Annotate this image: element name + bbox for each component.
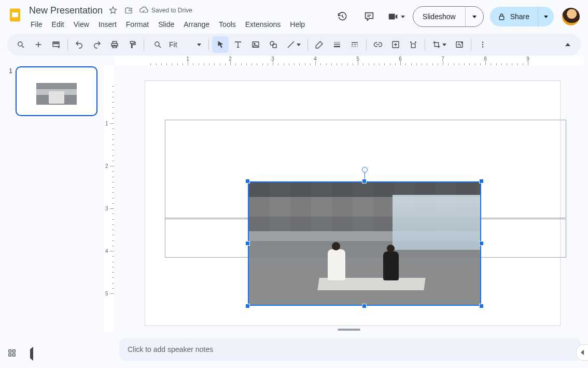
svg-rect-14 [411,44,415,48]
grid-view-icon[interactable] [7,348,17,360]
slideshow-dropdown[interactable] [465,7,483,26]
resize-handle-bl[interactable] [245,304,250,308]
svg-point-3 [18,42,22,46]
slide-thumbnails: 1 [0,56,104,368]
save-status-text: Saved to Drive [151,7,192,14]
border-weight-icon[interactable] [329,36,345,53]
resize-handle-tr[interactable] [479,179,484,183]
menu-extensions[interactable]: Extensions [241,18,285,31]
border-color-icon[interactable] [311,36,328,53]
chevron-down-icon [401,16,405,18]
toolbar: Fit [7,34,581,55]
rotate-handle[interactable] [362,167,368,173]
shape-icon[interactable] [265,36,282,53]
thumbnail-number: 1 [6,66,12,116]
image-content[interactable] [248,181,481,306]
resize-handle-bm[interactable] [362,304,367,308]
replace-image-icon[interactable] [451,36,468,53]
ruler-v-label: 3 [105,206,108,211]
border-dash-icon[interactable] [346,36,363,53]
meet-button[interactable] [386,6,407,27]
insert-image-icon[interactable] [247,36,264,53]
ruler-h-label: 1 [186,56,189,62]
svg-rect-5 [54,43,58,44]
svg-point-16 [482,41,483,43]
share-label: Share [510,12,529,21]
save-status[interactable]: Saved to Drive [139,6,192,15]
svg-rect-19 [9,350,11,352]
print-icon[interactable] [106,36,123,53]
redo-icon[interactable] [89,36,105,53]
ruler-h-label: 7 [441,56,444,62]
speaker-notes[interactable]: Click to add speaker notes [119,338,581,361]
menu-bar: File Edit View Insert Format Slide Arran… [29,18,327,31]
svg-point-11 [270,41,274,46]
svg-point-8 [155,42,159,46]
undo-icon[interactable] [71,36,88,53]
paint-format-icon[interactable] [124,36,141,53]
vertical-ruler[interactable]: 12345 [104,65,115,332]
search-menus-icon[interactable] [12,36,29,53]
comments-icon[interactable] [359,6,380,27]
menu-arrange[interactable]: Arrange [179,18,214,31]
ruler-v-label: 5 [105,291,108,296]
share-dropdown[interactable] [538,7,554,26]
new-slide-layout-icon[interactable] [48,36,64,53]
collapse-toolbar-icon[interactable] [560,43,576,46]
insert-comment-icon[interactable] [387,36,404,53]
crop-image-icon[interactable] [428,36,450,53]
ruler-v-label: 4 [105,248,108,254]
resize-handle-br[interactable] [479,304,484,308]
svg-rect-2 [499,16,504,20]
svg-point-18 [482,46,483,47]
textbox-icon[interactable] [230,36,246,53]
menu-slide[interactable]: Slide [154,18,178,31]
svg-rect-22 [13,354,16,357]
side-panel-toggle[interactable] [576,344,588,361]
history-icon[interactable] [332,6,353,27]
select-tool-icon[interactable] [212,36,229,53]
ruler-h-label: 3 [271,56,274,62]
resize-handle-ml[interactable] [245,241,250,246]
ruler-h-label: 6 [399,56,402,62]
document-title[interactable]: New Presentation [29,5,103,16]
zoom-dropdown[interactable] [195,44,203,46]
zoom-level[interactable]: Fit [169,40,192,49]
slide-canvas[interactable] [114,65,584,332]
mask-image-icon[interactable] [405,36,422,53]
svg-rect-7 [113,46,117,48]
resize-handle-mr[interactable] [479,241,484,246]
ruler-h-label: 2 [229,56,232,62]
notes-resize-handle[interactable] [338,329,360,331]
menu-view[interactable]: View [69,18,93,31]
share-button[interactable]: Share [490,7,538,26]
resize-handle-tm[interactable] [362,179,367,183]
slides-app-icon[interactable] [6,6,24,24]
star-icon[interactable] [108,5,118,16]
slideshow-button[interactable]: Slideshow [413,7,465,26]
menu-help[interactable]: Help [286,18,309,31]
insert-link-icon[interactable] [370,36,386,53]
svg-point-10 [254,43,255,44]
menu-tools[interactable]: Tools [215,18,240,31]
zoom-icon[interactable] [149,36,166,53]
thumbnail-image-preview [36,83,77,105]
resize-handle-tl[interactable] [245,179,250,183]
line-tool-icon[interactable] [283,36,304,53]
slide-thumbnail[interactable] [16,66,97,116]
menu-edit[interactable]: Edit [48,18,68,31]
new-slide-icon[interactable] [30,36,47,53]
menu-file[interactable]: File [29,18,47,31]
move-icon[interactable] [123,5,134,16]
menu-insert[interactable]: Insert [94,18,121,31]
svg-point-17 [482,44,483,45]
selected-image[interactable] [248,181,481,306]
ruler-h-label: 5 [356,56,359,62]
more-options-icon[interactable] [474,36,491,53]
account-avatar[interactable] [562,8,580,25]
menu-format[interactable]: Format [122,18,153,31]
ruler-v-label: 1 [105,121,108,126]
speaker-notes-placeholder: Click to add speaker notes [128,345,213,353]
collapse-filmstrip-icon[interactable] [30,349,33,359]
horizontal-ruler[interactable]: 123456789 [114,56,584,66]
